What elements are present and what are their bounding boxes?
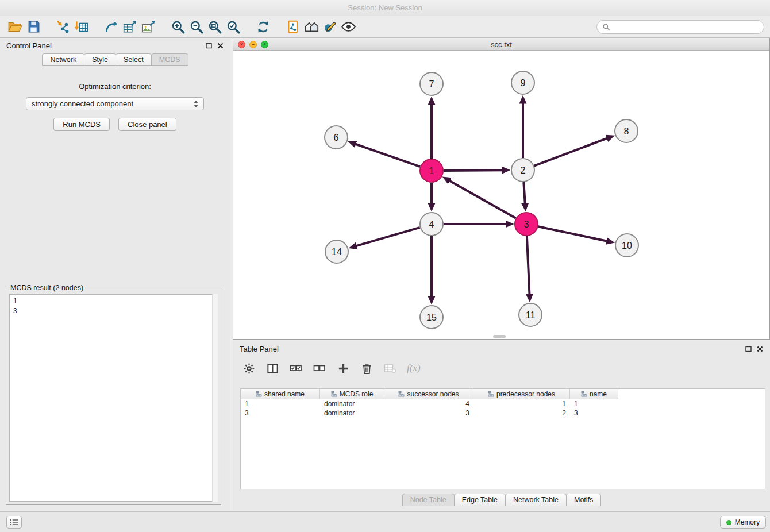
network-horizontal-scrollbar[interactable]	[493, 335, 506, 338]
columns-icon	[266, 362, 279, 375]
svg-text:1: 1	[429, 166, 434, 176]
zoom-out-button[interactable]	[187, 18, 206, 36]
table-panel-header: Table Panel	[233, 341, 770, 356]
open-session-button[interactable]	[6, 18, 24, 36]
export-image-button[interactable]	[139, 18, 157, 36]
table-cell: 3	[570, 408, 618, 418]
unselect-all-columns-button[interactable]	[310, 360, 329, 377]
result-scrollbar[interactable]	[212, 294, 218, 502]
graph-node-14[interactable]: 14	[325, 240, 348, 263]
graph-node-6[interactable]: 6	[325, 126, 348, 149]
mcds-result-fieldset: MCDS result (2 nodes) 13	[6, 284, 221, 505]
tab-node-table[interactable]: Node Table	[402, 494, 455, 506]
paint-style-button[interactable]	[321, 18, 339, 36]
zoom-selected-button[interactable]	[224, 18, 242, 36]
memory-button[interactable]: Memory	[720, 516, 766, 529]
zoom-window-icon[interactable]: +	[261, 41, 268, 48]
main-toolbar	[0, 16, 770, 38]
run-mcds-button[interactable]: Run MCDS	[53, 118, 110, 131]
export-table-button[interactable]	[121, 18, 139, 36]
show-graphics-button[interactable]	[339, 18, 357, 36]
search-box[interactable]	[596, 20, 764, 34]
close-panel-button[interactable]: Close panel	[118, 118, 176, 131]
table-cell: dominator	[320, 399, 384, 408]
eye-icon	[341, 19, 356, 34]
column-header-name[interactable]: name	[570, 389, 618, 399]
tab-style[interactable]: Style	[84, 53, 116, 66]
network-window-titlebar[interactable]: scc.txt × – +	[233, 38, 769, 51]
close-panel-icon[interactable]	[217, 43, 224, 49]
table-cell: 3	[384, 408, 473, 418]
float-panel-icon[interactable]	[206, 43, 212, 49]
select-all-columns-button[interactable]	[287, 360, 305, 377]
column-header-predecessor-nodes[interactable]: predecessor nodes	[473, 389, 570, 399]
graph-edge-2-3[interactable]	[523, 182, 525, 204]
table-settings-button[interactable]	[240, 360, 258, 377]
refresh-button[interactable]	[254, 18, 272, 36]
zoom-in-button[interactable]	[169, 18, 187, 36]
svg-text:10: 10	[622, 241, 632, 250]
graph-edge-4-14[interactable]	[356, 228, 420, 246]
network-window-title: scc.txt	[233, 40, 769, 49]
column-header-shared-name[interactable]: shared name	[241, 389, 320, 399]
graph-edge-3-1[interactable]	[449, 180, 516, 218]
task-history-button[interactable]	[6, 516, 22, 529]
table-cell: 4	[384, 399, 473, 408]
tab-mcds[interactable]: MCDS	[151, 53, 188, 66]
table-panel-title: Table Panel	[240, 345, 279, 353]
table-cell: dominator	[320, 408, 384, 418]
graph-node-1[interactable]: 1	[420, 159, 443, 182]
table-row[interactable]: 3dominator323	[241, 408, 765, 418]
graph-node-10[interactable]: 10	[615, 234, 638, 257]
search-input[interactable]	[613, 23, 759, 31]
minimize-window-icon[interactable]: –	[249, 41, 257, 48]
delete-column-button[interactable]	[357, 360, 376, 377]
home-network-button[interactable]	[302, 18, 321, 36]
graph-edge-3-11[interactable]	[527, 236, 530, 295]
graph-node-7[interactable]: 7	[420, 72, 443, 95]
graph-node-4[interactable]: 4	[420, 213, 443, 236]
graph-node-3[interactable]: 3	[515, 213, 538, 236]
graph-node-9[interactable]: 9	[511, 71, 534, 94]
copy-style-button[interactable]	[284, 18, 302, 36]
graph-node-2[interactable]: 2	[511, 159, 534, 182]
import-table-button[interactable]	[72, 18, 91, 36]
tab-motifs[interactable]: Motifs	[566, 494, 601, 506]
show-columns-button[interactable]	[263, 360, 282, 377]
result-item[interactable]: 1	[13, 296, 214, 306]
tab-network-table[interactable]: Network Table	[505, 494, 567, 506]
mcds-result-list[interactable]: 13	[9, 294, 218, 502]
tab-network[interactable]: Network	[42, 53, 84, 66]
save-session-button[interactable]	[24, 18, 43, 36]
graph-edge-1-6[interactable]	[355, 144, 420, 167]
graph-node-8[interactable]: 8	[615, 119, 638, 142]
graph-node-11[interactable]: 11	[519, 303, 542, 326]
float-table-panel-icon[interactable]	[745, 346, 752, 352]
export-network-button[interactable]	[102, 18, 121, 36]
close-table-panel-icon[interactable]	[757, 346, 763, 352]
graph-svg[interactable]: 7968124314101511	[233, 51, 769, 339]
graph-edge-2-8[interactable]	[534, 138, 608, 165]
table-row[interactable]: 1dominator411	[241, 399, 765, 408]
home-network-icon	[304, 19, 319, 34]
optimization-criterion-select[interactable]: strongly connected component	[26, 97, 204, 110]
create-column-button[interactable]	[334, 360, 352, 377]
zoom-fit-button[interactable]	[206, 18, 224, 36]
close-window-icon[interactable]: ×	[238, 41, 245, 48]
graph-edge-3-10[interactable]	[538, 226, 607, 241]
graph-node-15[interactable]: 15	[420, 306, 443, 329]
tab-select[interactable]: Select	[116, 53, 152, 66]
application-window: Session: New Session	[0, 0, 770, 532]
import-network-button[interactable]	[54, 18, 72, 36]
function-builder-icon[interactable]: f(x)	[405, 363, 421, 374]
column-header-successor-nodes[interactable]: successor nodes	[384, 389, 473, 399]
mcds-result-legend: MCDS result (2 nodes)	[9, 284, 85, 292]
clear-table-button[interactable]	[381, 360, 399, 377]
graph-edge-1-2[interactable]	[444, 170, 503, 171]
tab-edge-table[interactable]: Edge Table	[454, 494, 506, 506]
table-toolbar: f(x)	[233, 356, 770, 381]
result-item[interactable]: 3	[13, 306, 214, 316]
svg-text:3: 3	[524, 219, 529, 229]
svg-text:15: 15	[426, 313, 437, 322]
column-header-mcds-role[interactable]: MCDS role	[320, 389, 384, 399]
